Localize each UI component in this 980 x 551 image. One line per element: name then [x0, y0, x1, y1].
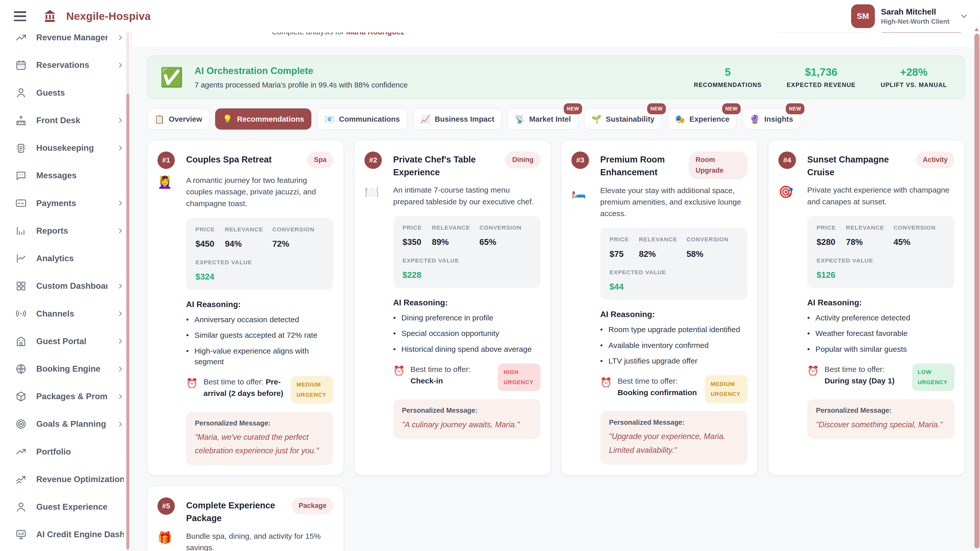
- expected-value-label: EXPECTED VALUE: [402, 257, 531, 264]
- tab-sustainability[interactable]: 🌱 Sustainability NEW: [584, 108, 662, 130]
- desk-icon: [15, 114, 27, 127]
- ai-reasoning-title: AI Reasoning:: [600, 310, 748, 319]
- sidebar-item-channels[interactable]: Channels: [0, 300, 131, 327]
- stat-recommendations: 5 RECOMMENDATIONS: [694, 66, 762, 88]
- price-label: PRICE: [196, 226, 225, 233]
- reasoning-bullet: High-value experience aligns with segmen…: [186, 346, 333, 367]
- status-banner: ✅ AI Orchestration Complete 7 agents pro…: [147, 56, 965, 99]
- expected-value-label: EXPECTED VALUE: [817, 257, 945, 264]
- personalized-message-text: "A culinary journey awaits, Maria.": [402, 418, 532, 432]
- brand-bank-icon: [42, 9, 57, 24]
- conversion-label: CONVERSION: [272, 226, 324, 233]
- relevance-value: 82%: [639, 249, 687, 259]
- tab-communications[interactable]: 📧 Communications: [317, 108, 407, 130]
- sidebar-item-guests[interactable]: Guests: [0, 79, 131, 106]
- chevron-right-icon: [117, 421, 124, 427]
- reasoning-bullet: Dining preference in profile: [393, 313, 541, 323]
- masks-icon: 🎭: [675, 114, 685, 124]
- package-icon: [15, 391, 27, 403]
- sidebar-item-custom-dashboard[interactable]: Custom Dashboard: [0, 272, 131, 300]
- sidebar-item-payments[interactable]: Payments: [0, 189, 131, 217]
- metrics-panel: PRICE$350 RELEVANCE89% CONVERSION65% EXP…: [393, 216, 541, 288]
- scrollbar-up-arrow[interactable]: [974, 27, 979, 31]
- avatar[interactable]: SM: [851, 4, 875, 28]
- tab-business-impact[interactable]: 📈 Business Impact: [413, 108, 502, 130]
- tab-overview[interactable]: 📋 Overview: [147, 108, 210, 130]
- alarm-clock-icon: ⏰: [186, 376, 198, 389]
- banner-subtitle: 7 agents processed Maria's profile in 99…: [194, 81, 407, 89]
- sidebar-item-reports[interactable]: Reports: [0, 217, 131, 245]
- category-tag: Dining: [505, 151, 541, 168]
- chevron-right-icon: [117, 117, 124, 124]
- menu-icon[interactable]: [11, 9, 29, 24]
- trending-icon: [15, 32, 27, 43]
- clipboard-icon: [15, 142, 27, 154]
- reasoning-bullet: Weather forecast favorable: [807, 328, 955, 339]
- banner-stats: 5 RECOMMENDATIONS $1,736 EXPECTED REVENU…: [694, 66, 952, 88]
- sidebar-item-analytics[interactable]: Analytics: [0, 245, 131, 272]
- rank-badge: #5: [158, 497, 175, 515]
- sidebar-scrollbar-thumb[interactable]: [126, 94, 129, 549]
- sidebar-item-packages-promotions[interactable]: Packages & Promotions: [0, 383, 131, 410]
- sidebar-item-housekeeping[interactable]: Housekeeping: [0, 134, 131, 162]
- tab-insights[interactable]: 🔮 Insights NEW: [742, 108, 800, 130]
- sidebar-item-ai-credit-engine[interactable]: AI Credit Engine Dash: [0, 521, 131, 548]
- tab-recommendations[interactable]: 💡 Recommendations: [215, 108, 312, 130]
- card-body: 🛏️ Elevate your stay with additional spa…: [571, 182, 748, 465]
- clipboard-emoji-icon: 📋: [154, 114, 164, 124]
- personalized-message-label: Personalized Message:: [195, 419, 325, 427]
- tab-experience[interactable]: 🎭 Experience NEW: [668, 108, 737, 130]
- card-emoji-icon: 💆‍♀️: [158, 172, 179, 465]
- ai-reasoning-title: AI Reasoning:: [807, 298, 955, 307]
- chevron-right-icon: [117, 34, 124, 41]
- expected-value: $126: [817, 270, 945, 280]
- tab-market-intel[interactable]: 📡 Market Intel NEW: [508, 108, 578, 130]
- card-body: 🎯 Private yacht experience with champagn…: [778, 182, 955, 439]
- personalized-message-text: "Upgrade your experience, Maria. Limited…: [609, 430, 739, 457]
- sidebar-item-booking-engine[interactable]: Booking Engine: [0, 355, 131, 383]
- reasoning-bullet: Available inventory confirmed: [600, 340, 748, 351]
- card-description: A romantic journey for two featuring cou…: [186, 172, 333, 209]
- alarm-clock-icon: ⏰: [393, 364, 405, 376]
- user-icon: [15, 87, 27, 99]
- check-icon: ✅: [160, 68, 183, 86]
- chart-up-icon: 📈: [420, 114, 430, 124]
- new-badge: NEW: [647, 103, 666, 114]
- card-title: Couples Spa Retreat: [186, 150, 299, 166]
- sidebar-item-revenue-manager[interactable]: Revenue Manager: [0, 32, 131, 51]
- page-scrollbar-thumb[interactable]: [974, 34, 980, 548]
- sidebar-item-front-desk[interactable]: Front Desk: [0, 106, 131, 134]
- banner-text: AI Orchestration Complete 7 agents proce…: [194, 65, 407, 89]
- card-header: #4 Sunset Champagne Cruise Activity: [778, 150, 955, 179]
- tab-bar: 📋 Overview 💡 Recommendations 📧 Communica…: [147, 108, 965, 130]
- email-icon: 📧: [325, 114, 334, 124]
- card-title: Premium Room Enhancement: [600, 150, 681, 179]
- metrics-panel: PRICE$75 RELEVANCE82% CONVERSION58% EXPE…: [600, 228, 748, 300]
- personalized-message-text: "Discover something special, Maria.": [816, 418, 946, 432]
- credit-card-icon: [15, 197, 27, 209]
- sidebar-item-guest-portal[interactable]: Guest Portal: [0, 327, 131, 355]
- urgency-badge: MEDIUM URGENCY: [291, 376, 334, 404]
- user-menu[interactable]: SM Sarah Mitchell High-Net-Worth Client: [851, 4, 969, 28]
- recommendation-card: #2 Private Chef's Table Experience Dinin…: [354, 140, 551, 476]
- chevron-down-icon[interactable]: [959, 11, 969, 21]
- personalized-message-box: Personalized Message: "A culinary journe…: [393, 399, 541, 439]
- person-icon: [15, 501, 27, 513]
- sidebar-item-reservations[interactable]: Reservations: [0, 51, 131, 79]
- new-badge: NEW: [564, 103, 582, 114]
- chevron-right-icon: [117, 310, 124, 317]
- brand-name: Nexgile-Hospiva: [66, 10, 151, 22]
- sidebar-item-guest-experience[interactable]: Guest Experience: [0, 493, 131, 521]
- sidebar-item-messages[interactable]: Messages: [0, 162, 131, 189]
- crystal-ball-icon: 🔮: [750, 114, 760, 124]
- personalized-message-label: Personalized Message:: [609, 419, 739, 427]
- sidebar-item-goals-planning[interactable]: Goals & Planning: [0, 410, 131, 438]
- category-tag: Room Upgrade: [689, 151, 748, 179]
- user-role: High-Net-Worth Client: [881, 18, 950, 25]
- new-badge: NEW: [722, 103, 741, 114]
- sidebar-item-revenue-optimization[interactable]: Revenue Optimization: [0, 465, 131, 493]
- chevron-right-icon: [117, 365, 124, 372]
- relevance-value: 89%: [432, 237, 479, 247]
- metrics-panel: PRICE$280 RELEVANCE78% CONVERSION45% EXP…: [807, 216, 955, 288]
- sidebar-item-portfolio[interactable]: Portfolio: [0, 438, 131, 465]
